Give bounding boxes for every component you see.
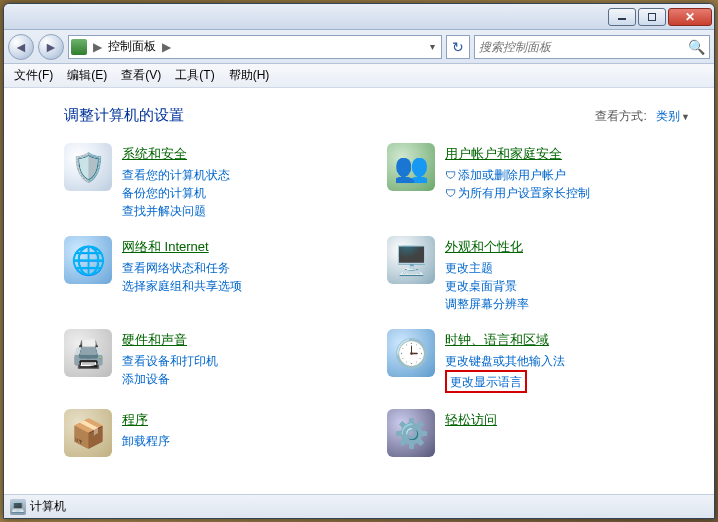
- search-input[interactable]: [479, 40, 688, 54]
- link-parental-controls[interactable]: 🛡为所有用户设置家长控制: [445, 184, 590, 202]
- menu-file[interactable]: 文件(F): [8, 65, 59, 86]
- menu-help[interactable]: 帮助(H): [223, 65, 276, 86]
- category-title-users[interactable]: 用户帐户和家庭安全: [445, 145, 590, 163]
- view-by: 查看方式: 类别▼: [595, 108, 690, 125]
- category-title-appearance[interactable]: 外观和个性化: [445, 238, 529, 256]
- link-resolution[interactable]: 调整屏幕分辨率: [445, 295, 529, 313]
- close-button[interactable]: ✕: [668, 8, 712, 26]
- computer-icon: 💻: [10, 499, 26, 515]
- category-title-network[interactable]: 网络和 Internet: [122, 238, 242, 256]
- content-area: 调整计算机的设置 查看方式: 类别▼ 🛡️ 系统和安全 查看您的计算机状态 备份…: [4, 88, 714, 494]
- titlebar: ✕: [4, 4, 714, 30]
- users-icon: 👥: [387, 143, 435, 191]
- menu-view[interactable]: 查看(V): [115, 65, 167, 86]
- page-title: 调整计算机的设置: [64, 106, 595, 125]
- breadcrumb-location[interactable]: 控制面板: [108, 38, 156, 55]
- category-ease: ⚙️ 轻松访问: [387, 409, 690, 457]
- printer-icon: 🖨️: [64, 329, 112, 377]
- globe-icon: 🌐: [64, 236, 112, 284]
- category-hardware: 🖨️ 硬件和声音 查看设备和打印机 添加设备: [64, 329, 367, 393]
- link-change-theme[interactable]: 更改主题: [445, 259, 529, 277]
- link-add-remove-user[interactable]: 🛡添加或删除用户帐户: [445, 166, 590, 184]
- breadcrumb-sep-2[interactable]: ▶: [160, 40, 173, 54]
- category-title-programs[interactable]: 程序: [122, 411, 170, 429]
- box-icon: 📦: [64, 409, 112, 457]
- link-backup[interactable]: 备份您的计算机: [122, 184, 230, 202]
- refresh-button[interactable]: ↻: [446, 35, 470, 59]
- minimize-button[interactable]: [608, 8, 636, 26]
- link-change-input[interactable]: 更改键盘或其他输入法: [445, 352, 565, 370]
- heading-row: 调整计算机的设置 查看方式: 类别▼: [64, 106, 690, 125]
- link-homegroup[interactable]: 选择家庭组和共享选项: [122, 277, 242, 295]
- statusbar: 💻 计算机: [4, 494, 714, 518]
- link-change-background[interactable]: 更改桌面背景: [445, 277, 529, 295]
- highlight-box: 更改显示语言: [445, 370, 527, 393]
- link-add-device[interactable]: 添加设备: [122, 370, 218, 388]
- shield-icon: 🛡️: [64, 143, 112, 191]
- ease-access-icon: ⚙️: [387, 409, 435, 457]
- address-bar[interactable]: ▶ 控制面板 ▶ ▾: [68, 35, 442, 59]
- view-by-value[interactable]: 类别: [656, 109, 680, 123]
- back-button[interactable]: ◄: [8, 34, 34, 60]
- link-troubleshoot[interactable]: 查找并解决问题: [122, 202, 230, 220]
- forward-button[interactable]: ►: [38, 34, 64, 60]
- category-title-ease[interactable]: 轻松访问: [445, 411, 497, 429]
- maximize-button[interactable]: [638, 8, 666, 26]
- search-box[interactable]: 🔍: [474, 35, 710, 59]
- control-panel-window: ✕ ◄ ► ▶ 控制面板 ▶ ▾ ↻ 🔍 文件(F) 编辑(E) 查看(V) 工…: [3, 3, 715, 519]
- link-uninstall[interactable]: 卸载程序: [122, 432, 170, 450]
- category-security: 🛡️ 系统和安全 查看您的计算机状态 备份您的计算机 查找并解决问题: [64, 143, 367, 220]
- navbar: ◄ ► ▶ 控制面板 ▶ ▾ ↻ 🔍: [4, 30, 714, 64]
- category-title-clock[interactable]: 时钟、语言和区域: [445, 331, 565, 349]
- breadcrumb-sep: ▶: [91, 40, 104, 54]
- address-dropdown[interactable]: ▾: [426, 41, 439, 52]
- clock-globe-icon: 🕒: [387, 329, 435, 377]
- link-view-status[interactable]: 查看您的计算机状态: [122, 166, 230, 184]
- category-programs: 📦 程序 卸载程序: [64, 409, 367, 457]
- category-clock: 🕒 时钟、语言和区域 更改键盘或其他输入法 更改显示语言: [387, 329, 690, 393]
- link-network-status[interactable]: 查看网络状态和任务: [122, 259, 242, 277]
- control-panel-icon: [71, 39, 87, 55]
- link-devices-printers[interactable]: 查看设备和打印机: [122, 352, 218, 370]
- menubar: 文件(F) 编辑(E) 查看(V) 工具(T) 帮助(H): [4, 64, 714, 88]
- link-change-display-language[interactable]: 更改显示语言: [450, 375, 522, 389]
- monitor-icon: 🖥️: [387, 236, 435, 284]
- menu-tools[interactable]: 工具(T): [169, 65, 220, 86]
- uac-shield-icon: 🛡: [445, 169, 456, 181]
- view-by-label: 查看方式:: [595, 109, 646, 123]
- chevron-down-icon[interactable]: ▼: [681, 112, 690, 122]
- uac-shield-icon: 🛡: [445, 187, 456, 199]
- category-grid: 🛡️ 系统和安全 查看您的计算机状态 备份您的计算机 查找并解决问题 👥 用户帐…: [64, 143, 690, 457]
- category-network: 🌐 网络和 Internet 查看网络状态和任务 选择家庭组和共享选项: [64, 236, 367, 313]
- category-appearance: 🖥️ 外观和个性化 更改主题 更改桌面背景 调整屏幕分辨率: [387, 236, 690, 313]
- search-icon[interactable]: 🔍: [688, 39, 705, 55]
- category-title-security[interactable]: 系统和安全: [122, 145, 230, 163]
- status-label: 计算机: [30, 498, 66, 515]
- category-users: 👥 用户帐户和家庭安全 🛡添加或删除用户帐户 🛡为所有用户设置家长控制: [387, 143, 690, 220]
- menu-edit[interactable]: 编辑(E): [61, 65, 113, 86]
- category-title-hardware[interactable]: 硬件和声音: [122, 331, 218, 349]
